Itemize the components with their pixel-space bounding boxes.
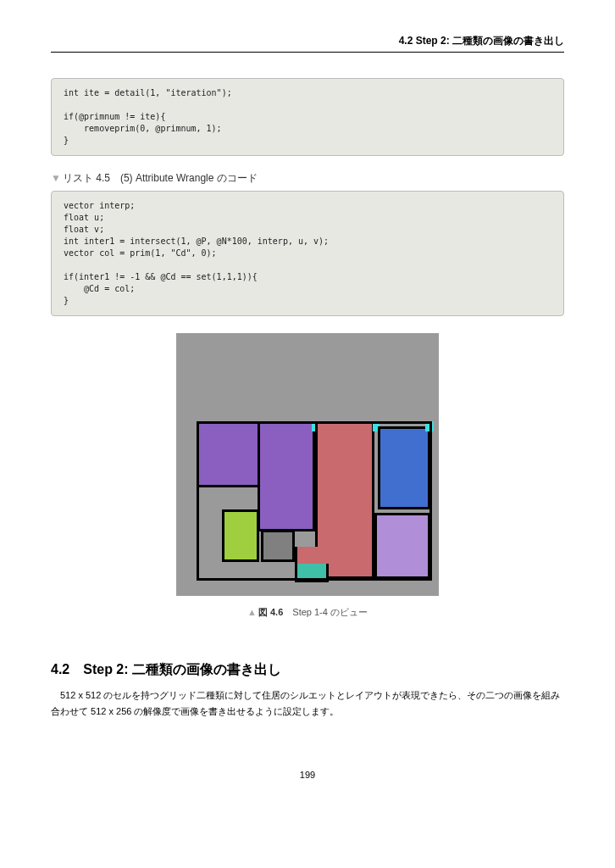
listing-4-5-text: リスト 4.5 (5) Attribute Wrangle のコード (63, 172, 258, 184)
down-triangle-icon: ▼ (51, 172, 61, 184)
figure-4-6-caption-text: Step 1-4 のビュー (292, 607, 368, 617)
listing-4-5-label: ▼リスト 4.5 (5) Attribute Wrangle のコード (51, 171, 564, 186)
page-number: 199 (51, 770, 564, 780)
code-block-2: vector interp; float u; float v; int int… (51, 191, 564, 316)
section-4-2-paragraph: 512 x 512 のセルを持つグリッド二種類に対して住居のシルエットとレイアウ… (51, 687, 564, 719)
up-triangle-icon: ▲ (247, 607, 257, 617)
figure-4-6-image (176, 333, 439, 596)
page-header: 4.2 Step 2: 二種類の画像の書き出し (51, 34, 564, 53)
figure-4-6: ▲図 4.6 Step 1-4 のビュー (51, 333, 564, 619)
code-block-1: int ite = detail(1, "iteration"); if(@pr… (51, 78, 564, 156)
section-4-2-heading: 4.2 Step 2: 二種類の画像の書き出し (51, 661, 564, 679)
figure-4-6-caption: ▲図 4.6 Step 1-4 のビュー (51, 606, 564, 619)
figure-4-6-label: 図 4.6 (258, 607, 283, 617)
